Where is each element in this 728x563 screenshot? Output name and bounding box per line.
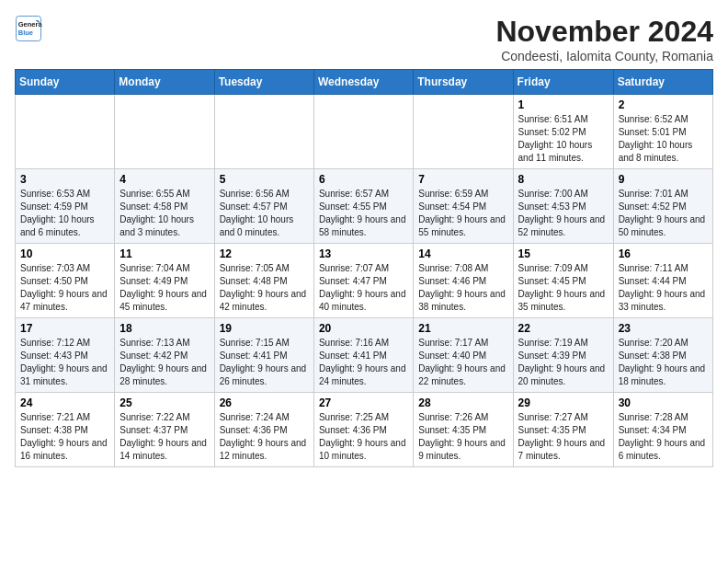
day-cell: 26Sunrise: 7:24 AM Sunset: 4:36 PM Dayli… bbox=[214, 393, 313, 467]
day-info: Sunrise: 7:16 AM Sunset: 4:41 PM Dayligh… bbox=[319, 337, 408, 388]
day-number: 3 bbox=[20, 173, 109, 186]
day-cell: 3Sunrise: 6:53 AM Sunset: 4:59 PM Daylig… bbox=[16, 169, 115, 244]
day-info: Sunrise: 7:28 AM Sunset: 4:34 PM Dayligh… bbox=[619, 411, 708, 463]
weekday-header-monday: Monday bbox=[115, 70, 214, 95]
day-info: Sunrise: 7:04 AM Sunset: 4:49 PM Dayligh… bbox=[119, 262, 209, 314]
week-row-4: 17Sunrise: 7:12 AM Sunset: 4:43 PM Dayli… bbox=[16, 318, 713, 393]
day-info: Sunrise: 6:59 AM Sunset: 4:54 PM Dayligh… bbox=[418, 188, 507, 239]
logo-icon: General Blue bbox=[15, 15, 42, 42]
day-cell bbox=[115, 95, 214, 169]
weekday-header-tuesday: Tuesday bbox=[214, 70, 313, 95]
day-info: Sunrise: 7:25 AM Sunset: 4:36 PM Dayligh… bbox=[319, 411, 408, 463]
day-cell: 20Sunrise: 7:16 AM Sunset: 4:41 PM Dayli… bbox=[313, 318, 413, 393]
day-cell: 15Sunrise: 7:09 AM Sunset: 4:45 PM Dayli… bbox=[513, 244, 613, 318]
day-number: 8 bbox=[518, 173, 609, 186]
day-cell: 25Sunrise: 7:22 AM Sunset: 4:37 PM Dayli… bbox=[115, 393, 214, 467]
day-info: Sunrise: 7:12 AM Sunset: 4:43 PM Dayligh… bbox=[20, 337, 109, 388]
day-number: 4 bbox=[119, 173, 209, 186]
day-number: 27 bbox=[319, 396, 408, 409]
weekday-header-wednesday: Wednesday bbox=[313, 70, 413, 95]
day-number: 18 bbox=[119, 322, 209, 335]
day-number: 24 bbox=[20, 396, 109, 409]
day-cell: 21Sunrise: 7:17 AM Sunset: 4:40 PM Dayli… bbox=[414, 318, 513, 393]
day-number: 20 bbox=[319, 322, 408, 335]
day-cell: 4Sunrise: 6:55 AM Sunset: 4:58 PM Daylig… bbox=[115, 169, 214, 244]
day-number: 10 bbox=[20, 247, 109, 260]
week-row-2: 3Sunrise: 6:53 AM Sunset: 4:59 PM Daylig… bbox=[16, 169, 713, 244]
weekday-header-row: SundayMondayTuesdayWednesdayThursdayFrid… bbox=[16, 70, 713, 95]
day-cell: 14Sunrise: 7:08 AM Sunset: 4:46 PM Dayli… bbox=[414, 244, 513, 318]
day-cell: 24Sunrise: 7:21 AM Sunset: 4:38 PM Dayli… bbox=[16, 393, 115, 467]
day-info: Sunrise: 7:27 AM Sunset: 4:35 PM Dayligh… bbox=[518, 411, 609, 463]
day-cell bbox=[214, 95, 313, 169]
day-cell bbox=[414, 95, 513, 169]
title-block: November 2024 Condeesti, Ialomita County… bbox=[495, 15, 713, 63]
logo: General Blue bbox=[15, 15, 42, 42]
day-info: Sunrise: 7:00 AM Sunset: 4:53 PM Dayligh… bbox=[518, 188, 609, 239]
day-cell: 5Sunrise: 6:56 AM Sunset: 4:57 PM Daylig… bbox=[214, 169, 313, 244]
day-cell: 17Sunrise: 7:12 AM Sunset: 4:43 PM Dayli… bbox=[16, 318, 115, 393]
day-cell: 2Sunrise: 6:52 AM Sunset: 5:01 PM Daylig… bbox=[613, 95, 712, 169]
day-cell: 12Sunrise: 7:05 AM Sunset: 4:48 PM Dayli… bbox=[214, 244, 313, 318]
svg-text:Blue: Blue bbox=[18, 29, 33, 37]
day-cell: 8Sunrise: 7:00 AM Sunset: 4:53 PM Daylig… bbox=[513, 169, 613, 244]
day-info: Sunrise: 6:56 AM Sunset: 4:57 PM Dayligh… bbox=[220, 188, 309, 239]
day-info: Sunrise: 6:52 AM Sunset: 5:01 PM Dayligh… bbox=[619, 113, 708, 165]
week-row-5: 24Sunrise: 7:21 AM Sunset: 4:38 PM Dayli… bbox=[16, 393, 713, 467]
day-cell: 23Sunrise: 7:20 AM Sunset: 4:38 PM Dayli… bbox=[613, 318, 712, 393]
calendar-table: SundayMondayTuesdayWednesdayThursdayFrid… bbox=[15, 69, 713, 467]
main-title: November 2024 bbox=[495, 15, 713, 49]
day-info: Sunrise: 7:20 AM Sunset: 4:38 PM Dayligh… bbox=[619, 337, 708, 388]
day-info: Sunrise: 7:03 AM Sunset: 4:50 PM Dayligh… bbox=[20, 262, 109, 314]
day-number: 21 bbox=[418, 322, 507, 335]
day-cell: 1Sunrise: 6:51 AM Sunset: 5:02 PM Daylig… bbox=[513, 95, 613, 169]
day-cell: 13Sunrise: 7:07 AM Sunset: 4:47 PM Dayli… bbox=[313, 244, 413, 318]
day-cell: 18Sunrise: 7:13 AM Sunset: 4:42 PM Dayli… bbox=[115, 318, 214, 393]
day-number: 1 bbox=[518, 98, 609, 111]
day-info: Sunrise: 6:55 AM Sunset: 4:58 PM Dayligh… bbox=[119, 188, 209, 239]
day-cell: 22Sunrise: 7:19 AM Sunset: 4:39 PM Dayli… bbox=[513, 318, 613, 393]
subtitle: Condeesti, Ialomita County, Romania bbox=[495, 49, 713, 63]
day-number: 6 bbox=[319, 173, 408, 186]
day-number: 28 bbox=[418, 396, 507, 409]
day-info: Sunrise: 7:21 AM Sunset: 4:38 PM Dayligh… bbox=[20, 411, 109, 463]
day-cell: 29Sunrise: 7:27 AM Sunset: 4:35 PM Dayli… bbox=[513, 393, 613, 467]
day-number: 22 bbox=[518, 322, 609, 335]
day-info: Sunrise: 7:24 AM Sunset: 4:36 PM Dayligh… bbox=[220, 411, 309, 463]
day-number: 5 bbox=[220, 173, 309, 186]
day-number: 17 bbox=[20, 322, 109, 335]
day-info: Sunrise: 7:15 AM Sunset: 4:41 PM Dayligh… bbox=[220, 337, 309, 388]
day-cell bbox=[313, 95, 413, 169]
day-cell: 6Sunrise: 6:57 AM Sunset: 4:55 PM Daylig… bbox=[313, 169, 413, 244]
day-number: 16 bbox=[619, 247, 708, 260]
weekday-header-thursday: Thursday bbox=[414, 70, 513, 95]
weekday-header-friday: Friday bbox=[513, 70, 613, 95]
day-info: Sunrise: 7:19 AM Sunset: 4:39 PM Dayligh… bbox=[518, 337, 609, 388]
day-info: Sunrise: 6:57 AM Sunset: 4:55 PM Dayligh… bbox=[319, 188, 408, 239]
day-number: 15 bbox=[518, 247, 609, 260]
day-info: Sunrise: 7:17 AM Sunset: 4:40 PM Dayligh… bbox=[418, 337, 507, 388]
weekday-header-sunday: Sunday bbox=[16, 70, 115, 95]
day-info: Sunrise: 7:08 AM Sunset: 4:46 PM Dayligh… bbox=[418, 262, 507, 314]
day-info: Sunrise: 6:53 AM Sunset: 4:59 PM Dayligh… bbox=[20, 188, 109, 239]
day-info: Sunrise: 7:07 AM Sunset: 4:47 PM Dayligh… bbox=[319, 262, 408, 314]
day-number: 14 bbox=[418, 247, 507, 260]
day-number: 11 bbox=[119, 247, 209, 260]
day-info: Sunrise: 7:11 AM Sunset: 4:44 PM Dayligh… bbox=[619, 262, 708, 314]
day-number: 2 bbox=[619, 98, 708, 111]
day-cell: 16Sunrise: 7:11 AM Sunset: 4:44 PM Dayli… bbox=[613, 244, 712, 318]
day-cell: 7Sunrise: 6:59 AM Sunset: 4:54 PM Daylig… bbox=[414, 169, 513, 244]
day-number: 26 bbox=[220, 396, 309, 409]
week-row-1: 1Sunrise: 6:51 AM Sunset: 5:02 PM Daylig… bbox=[16, 95, 713, 169]
day-cell: 11Sunrise: 7:04 AM Sunset: 4:49 PM Dayli… bbox=[115, 244, 214, 318]
day-info: Sunrise: 6:51 AM Sunset: 5:02 PM Dayligh… bbox=[518, 113, 609, 165]
day-info: Sunrise: 7:09 AM Sunset: 4:45 PM Dayligh… bbox=[518, 262, 609, 314]
day-info: Sunrise: 7:01 AM Sunset: 4:52 PM Dayligh… bbox=[619, 188, 708, 239]
day-number: 23 bbox=[619, 322, 708, 335]
day-number: 13 bbox=[319, 247, 408, 260]
day-number: 19 bbox=[220, 322, 309, 335]
week-row-3: 10Sunrise: 7:03 AM Sunset: 4:50 PM Dayli… bbox=[16, 244, 713, 318]
day-number: 30 bbox=[619, 396, 708, 409]
day-cell: 27Sunrise: 7:25 AM Sunset: 4:36 PM Dayli… bbox=[313, 393, 413, 467]
day-number: 29 bbox=[518, 396, 609, 409]
